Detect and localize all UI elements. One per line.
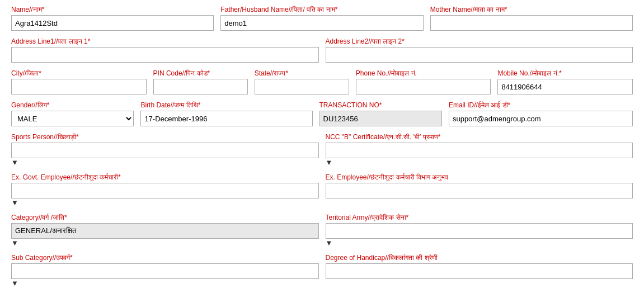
phone-field-group: Phone No.//मोबाइल नं.	[356, 69, 491, 94]
city-input[interactable]	[11, 79, 147, 94]
ncc-dropdown-arrow[interactable]: ▼	[326, 158, 333, 167]
row-address: Address Line1//पता लाइन 1* Address Line2…	[11, 37, 633, 63]
exgovt-dropdown-wrapper: ▼	[11, 183, 319, 207]
sports-label: Sports Person//खिलाड़ी*	[11, 133, 319, 141]
birthdate-field-group: Birth Date//जन्म तिथि*	[140, 101, 312, 126]
subcategory-dropdown-arrow[interactable]: ▼	[11, 279, 18, 287]
mother-field-group: Mother Name//माता का नाम*	[430, 6, 633, 31]
father-field-group: Father/Husband Name//पिता/ पति का नाम*	[220, 6, 423, 31]
handicap-label: Degree of Handicap//विकलांगता की श्रेणी	[326, 254, 633, 262]
row-location: City//जिला* PIN Code//पिन कोड* State//रा…	[11, 69, 633, 94]
territorial-label: Teritorial Army//प्रादेशिक सेना*	[326, 214, 633, 221]
sports-dropdown-wrapper: ▼	[11, 143, 319, 167]
address1-field-group: Address Line1//पता लाइन 1*	[11, 37, 319, 63]
sports-field-group: Sports Person//खिलाड़ी* ▼	[11, 133, 319, 167]
name-input[interactable]	[11, 15, 214, 31]
state-field-group: State//राज्य*	[255, 69, 349, 94]
transaction-label: TRANSACTION NO*	[319, 101, 442, 109]
birthdate-label: Birth Date//जन्म तिथि*	[140, 101, 312, 109]
address2-input[interactable]	[326, 47, 633, 63]
ncc-input[interactable]	[326, 143, 633, 158]
exemployee-input[interactable]	[326, 183, 633, 198]
name-field-group: Name//नाम*	[11, 6, 214, 31]
territorial-dropdown-wrapper: ▼	[326, 223, 633, 247]
subcategory-field-group: Sub Category//उपवर्ग* ▼	[11, 254, 319, 287]
phone-input[interactable]	[356, 79, 491, 94]
email-field-group: Email ID//ईमेल आई डी*	[449, 101, 633, 126]
gender-select[interactable]: MALE FEMALE	[11, 111, 134, 126]
category-dropdown-wrapper: ▼	[11, 223, 319, 247]
exgovt-field-group: Ex. Govt. Employee//छंटनीशुदा कर्मचारी* …	[11, 173, 319, 207]
pin-field-group: PIN Code//पिन कोड*	[153, 69, 248, 94]
address2-label: Address Line2//पता लाइन 2*	[326, 37, 633, 45]
mother-input[interactable]	[430, 15, 633, 31]
subcategory-label: Sub Category//उपवर्ग*	[11, 254, 319, 262]
address2-field-group: Address Line2//पता लाइन 2*	[326, 37, 633, 63]
territorial-input[interactable]	[326, 223, 633, 239]
sports-dropdown-arrow[interactable]: ▼	[11, 158, 18, 167]
email-input[interactable]	[449, 111, 633, 126]
mobile-input[interactable]	[497, 79, 633, 94]
exgovt-dropdown-arrow[interactable]: ▼	[11, 198, 18, 207]
gender-dropdown: MALE FEMALE	[11, 111, 134, 126]
row-employee: Ex. Govt. Employee//छंटनीशुदा कर्मचारी* …	[11, 173, 633, 207]
state-input[interactable]	[255, 79, 349, 94]
father-label: Father/Husband Name//पिता/ पति का नाम*	[220, 6, 423, 13]
territorial-dropdown-arrow[interactable]: ▼	[326, 239, 333, 247]
address1-input[interactable]	[11, 47, 319, 63]
ncc-label: NCC "B" Certificate//एन.सी.सी. 'बी' प्रम…	[326, 133, 633, 141]
exemployee-field-group: Ex. Employee//छंटनीशुदा कर्मचारी विभाग अ…	[326, 173, 633, 198]
subcategory-input[interactable]	[11, 263, 319, 279]
birthdate-input[interactable]	[140, 111, 312, 126]
subcategory-dropdown-wrapper: ▼	[11, 263, 319, 287]
pin-label: PIN Code//पिन कोड*	[153, 69, 248, 77]
category-label: Category//वर्ग /जाति*	[11, 214, 319, 221]
category-field-group: Category//वर्ग /जाति* ▼	[11, 214, 319, 247]
form-container: Name//नाम* Father/Husband Name//पिता/ पत…	[11, 6, 633, 298]
city-field-group: City//जिला*	[11, 69, 147, 94]
transaction-field-group: TRANSACTION NO*	[319, 101, 442, 126]
row-category: Category//वर्ग /जाति* ▼ Teritorial Army/…	[11, 214, 633, 247]
sports-input[interactable]	[11, 143, 319, 158]
row-sports-ncc: Sports Person//खिलाड़ी* ▼ NCC "B" Certif…	[11, 133, 633, 167]
mother-label: Mother Name//माता का नाम*	[430, 6, 633, 13]
city-label: City//जिला*	[11, 69, 147, 77]
mobile-label: Mobile No.//मोबाइल नं.*	[497, 69, 633, 77]
exemployee-label: Ex. Employee//छंटनीशुदा कर्मचारी विभाग अ…	[326, 173, 633, 181]
category-dropdown-arrow[interactable]: ▼	[11, 239, 18, 247]
handicap-field-group: Degree of Handicap//विकलांगता की श्रेणी	[326, 254, 633, 279]
state-label: State//राज्य*	[255, 69, 349, 77]
ncc-dropdown-wrapper: ▼	[326, 143, 633, 167]
exgovt-input[interactable]	[11, 183, 319, 198]
row-names: Name//नाम* Father/Husband Name//पिता/ पत…	[11, 6, 633, 31]
exgovt-label: Ex. Govt. Employee//छंटनीशुदा कर्मचारी*	[11, 173, 319, 181]
row-personal: Gender//लिंग* MALE FEMALE Birth Date//जन…	[11, 101, 633, 126]
phone-label: Phone No.//मोबाइल नं.	[356, 69, 491, 77]
handicap-input[interactable]	[326, 263, 633, 279]
category-input[interactable]	[11, 223, 319, 239]
territorial-field-group: Teritorial Army//प्रादेशिक सेना* ▼	[326, 214, 633, 247]
row-subcategory: Sub Category//उपवर्ग* ▼ Degree of Handic…	[11, 254, 633, 287]
father-input[interactable]	[220, 15, 423, 31]
gender-field-group: Gender//लिंग* MALE FEMALE	[11, 101, 134, 126]
address1-label: Address Line1//पता लाइन 1*	[11, 37, 319, 45]
transaction-input[interactable]	[319, 111, 442, 126]
name-label: Name//नाम*	[11, 6, 214, 13]
ncc-field-group: NCC "B" Certificate//एन.सी.सी. 'बी' प्रम…	[326, 133, 633, 167]
gender-label: Gender//लिंग*	[11, 101, 134, 109]
pin-input[interactable]	[153, 79, 248, 94]
email-label: Email ID//ईमेल आई डी*	[449, 101, 633, 109]
mobile-field-group: Mobile No.//मोबाइल नं.*	[497, 69, 633, 94]
